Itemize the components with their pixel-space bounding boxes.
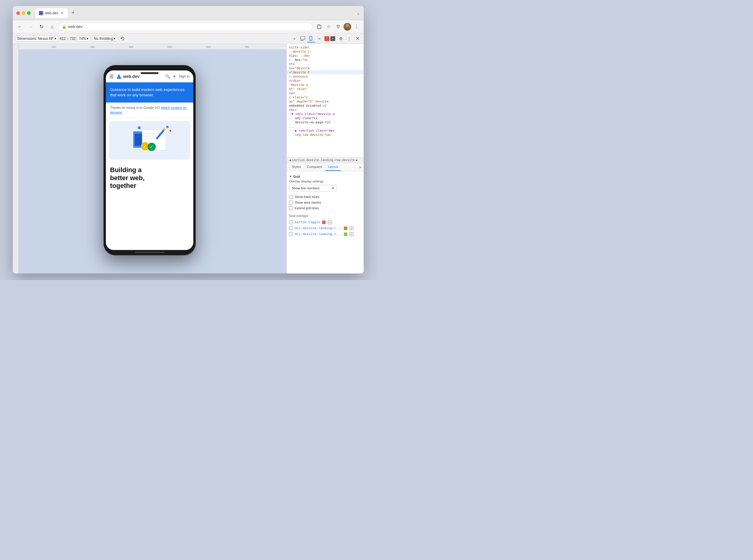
show-area-names-label: Show area names (295, 201, 321, 204)
phone-menu-icon: ☰ (110, 74, 114, 79)
breadcrumb-text: section.devsite-landing-row.devsite (292, 158, 355, 162)
more-menu-button[interactable]: ⋮ (352, 23, 361, 31)
nav-bar: ← → ↻ ⌂ 🔒 web.dev ☆ (13, 20, 364, 33)
overlay-color-div-landing-r1 (344, 226, 347, 230)
svg-text:390: 390 (129, 45, 133, 48)
svg-point-2 (346, 24, 349, 27)
console-indicator: ≡ (330, 36, 335, 41)
dom-line: toc> (287, 107, 364, 112)
device-toolbar-button[interactable] (307, 35, 315, 42)
home-button[interactable]: ⌂ (48, 23, 56, 31)
svg-point-31 (166, 126, 169, 128)
phone-header-icons: 🔍 ☀ Sign in (165, 74, 190, 79)
minimize-button[interactable] (22, 11, 25, 15)
rotate-button[interactable] (119, 35, 127, 42)
announcement-text: Thanks for tuning in to Google I/O! (110, 106, 160, 109)
overlay-color-div-landing-r2 (344, 233, 347, 236)
extend-grid-lines-label: Extend grid lines (295, 206, 319, 210)
inspect-element-button[interactable] (299, 35, 307, 42)
devtools-settings-icons: ! ≡ ⚙ ⋮ ✕ (325, 35, 361, 42)
security-icon: 🔒 (62, 25, 66, 29)
show-area-names-row: Show area names (289, 200, 361, 205)
share-button[interactable] (315, 23, 323, 31)
tab-computed[interactable]: Computed (304, 163, 325, 171)
throttle-chevron: ▾ (114, 37, 115, 41)
phone-headline-text: Building a better web, together (110, 166, 189, 189)
extend-grid-lines-checkbox[interactable] (289, 206, 293, 210)
new-tab-button[interactable]: + (69, 9, 77, 17)
overlay-checkbox-div-landing-r1[interactable] (289, 226, 293, 230)
tab-layout[interactable]: Layout (325, 163, 341, 171)
styles-content: ▼ Grid Overlay display settings Show lin… (287, 171, 364, 274)
window-menu-chevron[interactable]: ⌄ (356, 11, 360, 16)
width-value: 412 (59, 37, 65, 41)
styles-tabs-more[interactable]: » (359, 165, 361, 169)
svg-point-30 (138, 126, 141, 129)
refresh-button[interactable]: ↻ (37, 23, 45, 31)
phone-hero: Guidance to build modern web experiences… (106, 82, 193, 103)
show-track-sizes-checkbox[interactable] (289, 195, 293, 199)
nav-actions: ☆ ⋮ (315, 23, 361, 31)
dom-line: ... (287, 124, 364, 128)
show-line-numbers-label: Show line numbers (292, 186, 320, 190)
overlay-grid-icon-div-landing-r1[interactable] (349, 226, 354, 231)
overlay-row-div-landing-r2: div.devsite-landing-r... (289, 231, 361, 237)
bookmark-button[interactable]: ☆ (325, 23, 333, 31)
ruler-vertical (13, 44, 19, 274)
zoom-value: 74% (79, 37, 86, 41)
overlay-grid-icon-div-landing-r2[interactable] (349, 232, 354, 237)
show-line-numbers-select[interactable]: Show line numbers ▾ (289, 185, 337, 192)
tab-close-button[interactable]: ✕ (60, 11, 64, 15)
overlay-checkbox-button-toggle[interactable] (289, 220, 293, 224)
settings-button[interactable]: ⚙ (337, 35, 345, 42)
overlay-grid-icon-button-toggle[interactable] (327, 220, 332, 225)
dom-line: vsite-sidel (287, 45, 364, 49)
zoom-select[interactable]: 74% ▾ (77, 36, 91, 42)
overlay-color-button-toggle (322, 221, 326, 224)
close-button[interactable] (16, 11, 20, 15)
svg-text:130: 130 (52, 45, 56, 48)
grid-section-title: ▼ Grid (289, 174, 361, 180)
devtools-panel: vsite-sidel --devsite-j: 51px; --dev : -… (286, 44, 364, 274)
grid-collapse-icon[interactable]: ▼ (289, 175, 292, 178)
back-button[interactable]: ← (16, 23, 24, 31)
svg-rect-5 (301, 40, 302, 41)
phone-logo: web.dev (116, 74, 139, 79)
extensions-button[interactable] (334, 23, 342, 31)
forward-button[interactable]: → (26, 23, 35, 31)
address-bar[interactable]: 🔒 web.dev (59, 23, 312, 31)
phone-search-icon: 🔍 (165, 74, 170, 79)
dom-line: embedded disabled </ (287, 103, 364, 107)
show-line-numbers-chevron: ▾ (332, 186, 334, 190)
more-devtools-button[interactable]: » (315, 35, 323, 42)
maximize-button[interactable] (27, 11, 31, 15)
more-panels-button[interactable]: » (291, 35, 298, 42)
show-area-names-checkbox[interactable] (289, 201, 293, 204)
svg-rect-7 (310, 36, 312, 40)
dom-line: nt" role=" (287, 87, 364, 91)
throttle-select[interactable]: No throttling ▾ (92, 36, 117, 42)
overlay-checkbox-div-landing-r2[interactable] (289, 232, 293, 236)
devtools-more-button[interactable]: ⋮ (345, 35, 353, 42)
phone-headline: Building a better web, together (106, 163, 193, 193)
svg-rect-6 (302, 40, 303, 41)
dom-line: >v> (287, 91, 364, 95)
announcement-end: . (122, 111, 123, 114)
tab-styles[interactable]: Styles (289, 163, 304, 171)
grid-overlays-title: Grid overlays (289, 214, 361, 218)
dimensions-display: 412 x 732 (59, 37, 76, 41)
tab-favicon (39, 11, 43, 15)
svg-text:650: 650 (206, 45, 211, 48)
active-tab[interactable]: web.dev ✕ (35, 8, 68, 18)
main-content: 130 260 390 520 650 780 ☰ (13, 44, 364, 274)
dom-line: ody clearfix (287, 116, 364, 120)
svg-text:✓: ✓ (143, 144, 147, 148)
phone-speaker (141, 72, 158, 74)
dimensions-select[interactable]: Dimensions: Nexus 6P ▾ (15, 36, 58, 42)
devtools-close-button[interactable]: ✕ (353, 35, 361, 42)
overlay-row-button-toggle: button.toggle (289, 219, 361, 225)
user-avatar[interactable] (344, 23, 351, 31)
height-value: 732 (70, 37, 76, 41)
dom-line: 51px; --dev (287, 54, 364, 58)
dom-line: </div> (287, 78, 364, 83)
